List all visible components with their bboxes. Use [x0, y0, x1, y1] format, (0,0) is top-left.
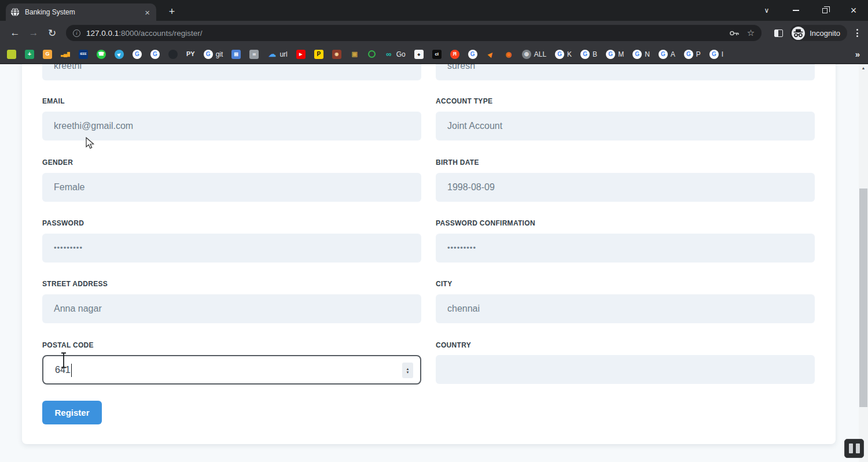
window-bookmark[interactable]: ▤ — [231, 50, 241, 59]
p-bookmark-icon: P — [314, 50, 323, 59]
url-host: 127.0.0.1 — [86, 29, 119, 38]
scrollbar-track[interactable]: ▲ — [859, 64, 868, 462]
last-name-field[interactable]: suresh — [436, 64, 815, 80]
page-content: kreethi suresh EMAIL kreethi@gmail.com A… — [0, 64, 868, 462]
reload-icon[interactable]: ↻ — [43, 24, 61, 42]
google-p-bookmark[interactable]: GP — [684, 50, 701, 59]
globe-favicon-icon — [10, 8, 20, 17]
gender-field[interactable]: Female — [42, 173, 421, 202]
birth-date-label: BIRTH DATE — [436, 158, 479, 167]
office-bookmark[interactable]: G — [43, 50, 52, 59]
forward-icon[interactable]: → — [24, 24, 43, 42]
scrollbar-up-icon[interactable]: ▲ — [859, 66, 868, 70]
whatsapp-bookmark-icon: ☎ — [97, 50, 106, 59]
street-address-field[interactable]: Anna nagar — [42, 294, 421, 323]
menu-dots-icon[interactable] — [852, 25, 862, 41]
password-confirmation-label: PASSWORD CONFIRMATION — [436, 219, 535, 227]
incognito-label: Incognito — [810, 29, 840, 38]
spinner-down-icon[interactable]: ▼ — [406, 371, 410, 374]
google-bookmark[interactable]: G — [468, 50, 477, 59]
tab-banking-system[interactable]: Banking System × — [6, 3, 156, 21]
password-field[interactable]: ••••••••• — [42, 234, 421, 263]
url-text[interactable]: 127.0.0.1:8000/accounts/register/ — [86, 29, 722, 38]
google-n-bookmark[interactable]: GN — [632, 50, 650, 59]
pause-overlay-button[interactable] — [844, 439, 864, 458]
telegram-bookmark[interactable]: ▶ — [115, 50, 124, 59]
browser-toolbar: ← → ↻ i 127.0.0.1:8000/accounts/register… — [0, 21, 868, 45]
eye-bookmark[interactable]: ◉ — [504, 50, 513, 59]
browser-window: Banking System × + ∨ × ← → ↻ i 127.0.0.1… — [0, 0, 868, 462]
bookmark-star-icon[interactable]: ☆ — [747, 28, 755, 38]
address-bar[interactable]: i 127.0.0.1:8000/accounts/register/ ☆ — [66, 25, 762, 41]
google-n-bookmark-icon: G — [632, 50, 642, 59]
bookmarks-overflow-icon[interactable]: » — [855, 49, 860, 59]
github-bookmark[interactable] — [168, 50, 178, 59]
register-button[interactable]: Register — [42, 401, 102, 424]
google-bookmark[interactable]: G — [133, 50, 142, 59]
password-key-icon[interactable] — [730, 30, 739, 36]
number-spinner[interactable]: ▲ ▼ — [402, 363, 413, 378]
country-field[interactable] — [436, 355, 815, 384]
first-name-field[interactable]: kreethi — [42, 64, 421, 80]
google-a-bookmark-icon: G — [659, 50, 668, 59]
google-bookmark[interactable]: G — [150, 50, 160, 59]
whatsapp-bookmark[interactable]: ☎ — [97, 50, 106, 59]
google-b-bookmark-icon: G — [580, 50, 590, 59]
sheets-bookmark[interactable]: + — [25, 50, 34, 59]
all-bookmark-icon: ⊕ — [522, 50, 531, 59]
bird-bookmark-icon: ▶ — [486, 50, 495, 59]
window-controls: ∨ × — [752, 0, 868, 21]
sheets-bookmark-icon: + — [25, 50, 34, 59]
restore-button[interactable] — [810, 0, 839, 21]
yandex-bookmark-icon: Я — [450, 50, 459, 59]
youtube-bookmark[interactable]: ▶ — [296, 50, 306, 59]
bank-bookmark[interactable]: III — [249, 50, 259, 59]
youtube-bookmark-icon: ▶ — [296, 50, 306, 59]
side-panel-icon[interactable] — [774, 29, 783, 37]
minimize-button[interactable] — [781, 0, 810, 21]
marker-bookmark[interactable] — [7, 50, 16, 59]
google-m-bookmark[interactable]: GM — [606, 50, 624, 59]
back-icon[interactable]: ← — [6, 24, 24, 42]
godaddy-bookmark[interactable]: ∞Go — [384, 50, 406, 59]
close-button[interactable]: × — [839, 0, 868, 21]
google-b-bookmark[interactable]: GB — [580, 50, 597, 59]
tab-search-chevron-icon[interactable]: ∨ — [752, 0, 781, 21]
birth-date-field[interactable]: 1998-08-09 — [436, 173, 815, 202]
bank-bookmark-icon: III — [249, 50, 259, 59]
scrollbar-thumb[interactable] — [859, 189, 867, 407]
site-info-icon[interactable]: i — [73, 29, 80, 37]
analytics-bookmark[interactable]: ▂▄▆ — [61, 50, 70, 59]
google-i-bookmark-label: I — [722, 50, 723, 58]
google-k-bookmark[interactable]: GK — [555, 50, 572, 59]
url-bookmark-label: url — [279, 50, 287, 58]
google-k-bookmark-label: K — [567, 50, 572, 58]
url-bookmark[interactable]: ☁url — [267, 50, 287, 59]
postal-code-field[interactable]: 641 ▲ ▼ — [42, 355, 421, 385]
ring-bookmark[interactable] — [368, 50, 376, 58]
email-field[interactable]: kreethi@gmail.com — [42, 112, 421, 141]
google-k-bookmark-icon: G — [555, 50, 564, 59]
new-tab-button[interactable]: + — [164, 4, 179, 19]
telegram-bookmark-icon: ▶ — [115, 50, 124, 59]
page-bird-bookmark[interactable]: ◆ — [414, 50, 424, 59]
tab-close-icon[interactable]: × — [143, 8, 152, 17]
git-bookmark[interactable]: Ggit — [204, 50, 223, 59]
password-confirmation-field[interactable]: ••••••••• — [436, 234, 815, 263]
camera-bookmark[interactable]: ◉ — [332, 50, 341, 59]
google-a-bookmark[interactable]: GA — [659, 50, 675, 59]
cl-bookmark[interactable]: cl — [432, 50, 442, 59]
city-field[interactable]: chennai — [436, 294, 815, 323]
all-bookmark[interactable]: ⊕ALL — [522, 50, 546, 59]
google-i-bookmark[interactable]: GI — [709, 50, 723, 59]
ieee-bookmark[interactable]: IEEE — [79, 50, 88, 59]
p-bookmark[interactable]: P — [314, 50, 323, 59]
bird-bookmark[interactable]: ▶ — [486, 50, 495, 59]
cart-bookmark[interactable]: ▣ — [350, 50, 359, 59]
yandex-bookmark[interactable]: Я — [450, 50, 459, 59]
google-m-bookmark-label: M — [618, 50, 624, 58]
mouse-cursor-icon — [86, 137, 95, 150]
py-bookmark[interactable]: PY — [186, 50, 195, 59]
account-type-field[interactable]: Joint Account — [436, 112, 815, 141]
tab-strip: Banking System × + ∨ × — [0, 0, 868, 21]
